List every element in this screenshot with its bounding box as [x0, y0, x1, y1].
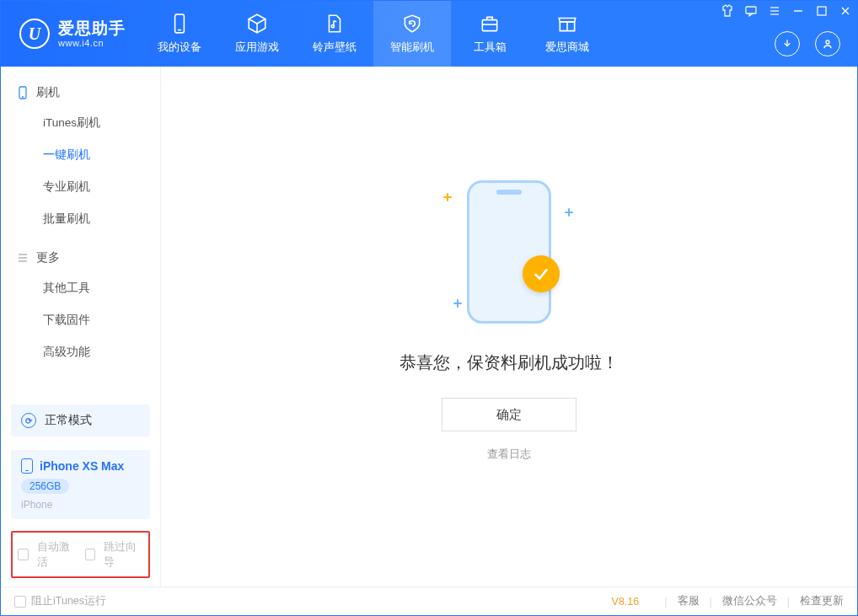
sidebar-item-pro-flash[interactable]: 专业刷机	[1, 171, 160, 203]
window-controls	[721, 4, 852, 18]
svg-rect-12	[818, 7, 826, 15]
header: U 爱思助手 www.i4.cn 我的设备 应用游戏 铃声壁纸 智能刷机	[1, 1, 857, 67]
svg-rect-3	[482, 20, 496, 31]
download-button[interactable]	[775, 31, 800, 56]
cube-icon	[246, 13, 268, 35]
device-name: iPhone XS Max	[40, 459, 124, 473]
minimize-button[interactable]	[791, 4, 805, 18]
svg-point-2	[331, 25, 334, 28]
tab-ringtones[interactable]: 铃声壁纸	[296, 1, 373, 67]
auto-activate-checkbox[interactable]	[18, 549, 29, 560]
mode-icon: ⟳	[21, 413, 36, 428]
tab-my-device[interactable]: 我的设备	[141, 1, 218, 67]
success-text: 恭喜您，保资料刷机成功啦！	[400, 351, 619, 374]
view-log-link[interactable]: 查看日志	[487, 447, 531, 462]
sidebar: 刷机 iTunes刷机 一键刷机 专业刷机 批量刷机 更多 其他工具 下载固件 …	[1, 67, 161, 587]
refresh-shield-icon	[401, 13, 423, 35]
footer-link-support[interactable]: 客服	[678, 594, 700, 608]
sidebar-item-batch-flash[interactable]: 批量刷机	[1, 203, 160, 235]
spark-icon	[565, 208, 573, 217]
mode-box[interactable]: ⟳ 正常模式	[11, 404, 150, 437]
list-icon	[16, 251, 29, 265]
brand-text: 爱思助手 www.i4.cn	[58, 19, 126, 48]
success-illustration	[416, 168, 602, 336]
svg-rect-7	[746, 7, 756, 13]
tab-flash[interactable]: 智能刷机	[373, 1, 451, 67]
user-button[interactable]	[815, 31, 840, 56]
tab-toolbox[interactable]: 工具箱	[451, 1, 528, 67]
sidebar-item-itunes-flash[interactable]: iTunes刷机	[1, 107, 160, 139]
block-itunes-checkbox[interactable]	[14, 596, 26, 608]
sidebar-group-more[interactable]: 更多	[1, 244, 160, 272]
brand: U 爱思助手 www.i4.cn	[1, 1, 141, 67]
brand-logo-icon: U	[19, 19, 50, 49]
skip-guide-label: 跳过向导	[104, 539, 143, 570]
bottom-options: 自动激活 跳过向导	[11, 531, 150, 578]
store-icon	[556, 13, 578, 35]
header-tabs: 我的设备 应用游戏 铃声壁纸 智能刷机 工具箱 爱思商城	[141, 1, 606, 67]
menu-icon[interactable]	[768, 4, 781, 18]
sidebar-group-flash[interactable]: 刷机	[1, 78, 160, 107]
confirm-button[interactable]: 确定	[442, 398, 576, 431]
footer: 阻止iTunes运行 V8.16 | 客服 | 微信公众号 | 检查更新	[1, 587, 857, 615]
spark-icon	[443, 193, 452, 201]
mode-label: 正常模式	[45, 413, 92, 428]
maximize-button[interactable]	[815, 4, 829, 18]
tab-store[interactable]: 爱思商城	[528, 1, 606, 67]
brand-title: 爱思助手	[58, 19, 126, 38]
phone-icon	[169, 13, 190, 35]
tab-apps[interactable]: 应用游戏	[218, 1, 296, 67]
footer-link-update[interactable]: 检查更新	[800, 594, 844, 608]
brand-subtitle: www.i4.cn	[58, 38, 126, 49]
block-itunes-label: 阻止iTunes运行	[31, 594, 106, 608]
sidebar-item-other-tools[interactable]: 其他工具	[1, 272, 160, 304]
phone-outline-icon	[16, 86, 29, 99]
skip-guide-checkbox[interactable]	[85, 549, 96, 560]
feedback-icon[interactable]	[744, 4, 758, 18]
header-right-buttons	[775, 31, 840, 56]
app-window: U 爱思助手 www.i4.cn 我的设备 应用游戏 铃声壁纸 智能刷机	[0, 0, 858, 616]
storage-badge: 256GB	[21, 479, 69, 494]
spark-icon	[453, 299, 462, 308]
sidebar-item-oneclick-flash[interactable]: 一键刷机	[1, 139, 160, 171]
sidebar-item-advanced[interactable]: 高级功能	[1, 336, 160, 368]
toolbox-icon	[479, 13, 501, 35]
device-type: iPhone	[21, 499, 140, 511]
footer-link-wechat[interactable]: 微信公众号	[722, 594, 777, 608]
svg-point-6	[826, 40, 829, 44]
close-button[interactable]	[839, 4, 852, 18]
phone-illustration-icon	[467, 180, 551, 324]
skin-icon[interactable]	[721, 4, 734, 18]
main-content: 恭喜您，保资料刷机成功啦！ 确定 查看日志	[161, 67, 857, 587]
sidebar-item-download-firmware[interactable]: 下载固件	[1, 304, 160, 336]
auto-activate-label: 自动激活	[37, 539, 77, 570]
device-box[interactable]: iPhone XS Max 256GB iPhone	[11, 450, 150, 519]
version-label: V8.16	[612, 596, 640, 608]
check-badge-icon	[523, 255, 560, 292]
device-phone-icon	[21, 458, 33, 474]
music-file-icon	[324, 13, 346, 35]
body: 刷机 iTunes刷机 一键刷机 专业刷机 批量刷机 更多 其他工具 下载固件 …	[1, 67, 857, 587]
